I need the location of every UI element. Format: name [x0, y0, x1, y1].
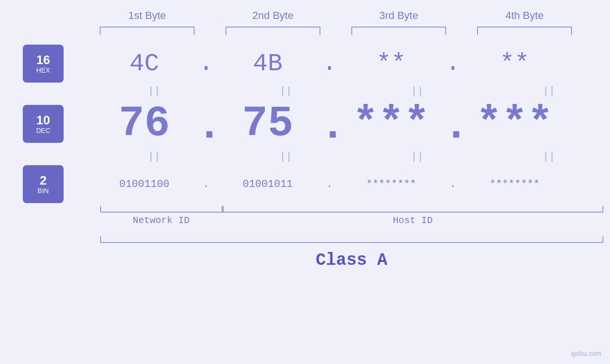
dec-b2: 75 — [216, 100, 320, 148]
bin-b4: ******** — [462, 178, 567, 190]
dec-values: 76 . 75 . *** . *** — [92, 100, 610, 148]
host-bracket-wrap: Host ID — [223, 206, 603, 226]
bin-badge-number: 2 — [40, 174, 47, 187]
hex-badge-label: HEX — [37, 66, 50, 74]
eq1-b2: || — [234, 85, 338, 97]
bin-badge: 2 BIN — [23, 165, 64, 203]
bin-row: 2 BIN 01001100 . 01001011 . ******** . *… — [0, 165, 610, 203]
bin-dot1: . — [197, 178, 216, 190]
class-bracket — [100, 236, 603, 243]
network-bracket-wrap: Network ID — [100, 206, 223, 226]
top-brackets — [84, 27, 588, 35]
class-label: Class A — [100, 251, 603, 270]
host-id-label: Host ID — [223, 215, 603, 226]
bin-dot3: . — [443, 178, 462, 190]
bracket-byte2 — [225, 27, 320, 35]
network-id-label: Network ID — [100, 215, 223, 226]
byte3-header: 3rd Byte — [347, 9, 451, 22]
dec-badge-label: DEC — [36, 127, 50, 134]
hex-dot1: . — [197, 51, 216, 76]
hex-b2: 4B — [216, 50, 320, 78]
class-bracket-wrap: Class A — [100, 236, 603, 270]
bin-b1: 01001100 — [92, 178, 197, 190]
dec-dot1: . — [197, 105, 216, 148]
dec-b4: *** — [462, 100, 567, 148]
hex-values: 4C . 4B . ** . ** — [92, 50, 610, 78]
host-bracket — [223, 206, 603, 213]
dec-b3: *** — [339, 100, 443, 148]
eq1-b4: || — [497, 85, 601, 97]
hex-dot2: . — [320, 51, 339, 76]
eq1-b1: || — [102, 85, 206, 97]
dec-b1: 76 — [92, 100, 197, 148]
bracket-byte3 — [351, 27, 446, 35]
hex-b4: ** — [462, 50, 567, 78]
eq2-b3: || — [365, 151, 469, 163]
bin-badge-label: BIN — [38, 187, 48, 195]
byte-headers: 1st Byte 2nd Byte 3rd Byte 4th Byte — [84, 9, 588, 22]
dec-row: 10 DEC 76 . 75 . *** . *** — [0, 100, 610, 148]
eq1-b3: || — [365, 85, 469, 97]
byte4-header: 4th Byte — [472, 9, 577, 22]
eq2-b1: || — [102, 151, 206, 163]
eq2-b2: || — [234, 151, 338, 163]
id-brackets: Network ID Host ID — [100, 206, 603, 226]
dec-badge: 10 DEC — [23, 105, 64, 143]
bin-b3: ******** — [339, 178, 443, 190]
equals-row-1: || || || || — [100, 83, 603, 100]
hex-dot3: . — [443, 51, 462, 76]
bracket-byte1 — [100, 27, 195, 35]
hex-badge: 16 HEX — [23, 45, 64, 83]
dec-badge-number: 10 — [37, 113, 50, 127]
bin-b2: 01001011 — [216, 178, 320, 190]
hex-b3: ** — [339, 50, 443, 78]
equals-row-2: || || || || — [100, 148, 603, 165]
main-container: 1st Byte 2nd Byte 3rd Byte 4th Byte 16 H… — [0, 0, 610, 364]
bin-dot2: . — [320, 178, 339, 190]
bracket-byte4 — [477, 27, 572, 35]
hex-badge-number: 16 — [37, 53, 50, 67]
dec-dot3: . — [443, 105, 462, 148]
watermark: ipshu.com — [571, 350, 601, 357]
hex-row: 16 HEX 4C . 4B . ** . ** — [0, 45, 610, 83]
byte1-header: 1st Byte — [95, 9, 199, 22]
byte2-header: 2nd Byte — [221, 9, 325, 22]
network-bracket — [100, 206, 223, 213]
dec-dot2: . — [320, 105, 339, 148]
hex-b1: 4C — [92, 50, 197, 78]
eq2-b4: || — [497, 151, 601, 163]
bin-values: 01001100 . 01001011 . ******** . *******… — [92, 178, 610, 190]
